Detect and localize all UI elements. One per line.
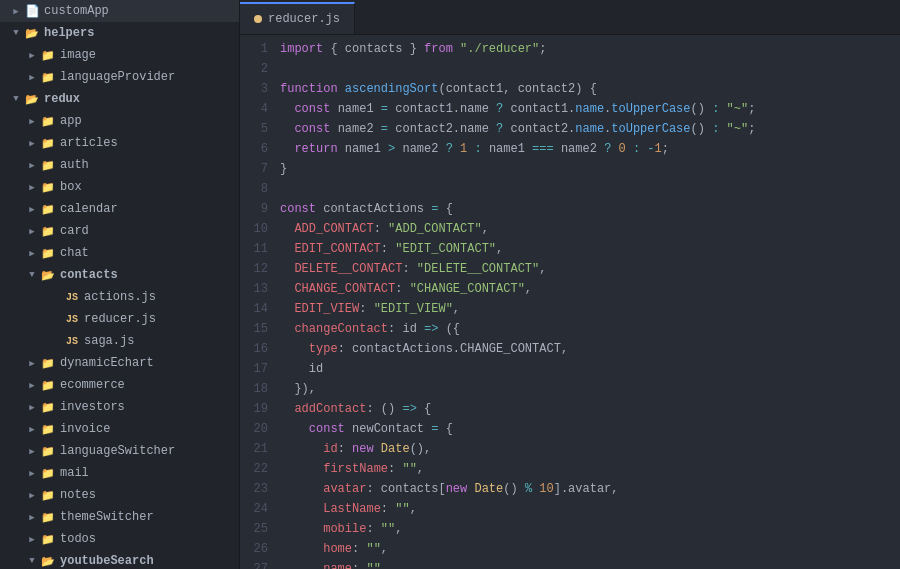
code-line xyxy=(280,59,880,79)
code-content: 1234567891011121314151617181920212223242… xyxy=(240,35,900,569)
tree-item-auth[interactable]: ▶📁auth xyxy=(0,154,239,176)
tree-item-app[interactable]: ▶📁app xyxy=(0,110,239,132)
code-line: const name1 = contact1.name ? contact1.n… xyxy=(280,99,880,119)
arrow-icon: ▼ xyxy=(24,556,40,566)
tree-item-label: customApp xyxy=(44,4,239,18)
code-line: }), xyxy=(280,379,880,399)
tree-item-label: chat xyxy=(60,246,239,260)
js-file-icon: JS xyxy=(64,292,80,303)
tree-item-card[interactable]: ▶📁card xyxy=(0,220,239,242)
tree-item-label: invoice xyxy=(60,422,239,436)
line-number: 26 xyxy=(248,539,268,559)
code-line: EDIT_CONTACT: "EDIT_CONTACT", xyxy=(280,239,880,259)
tree-item-themeSwitcher[interactable]: ▶📁themeSwitcher xyxy=(0,506,239,528)
tree-item-box[interactable]: ▶📁box xyxy=(0,176,239,198)
tree-item-calendar[interactable]: ▶📁calendar xyxy=(0,198,239,220)
code-line: id: new Date(), xyxy=(280,439,880,459)
code-line: function ascendingSort(contact1, contact… xyxy=(280,79,880,99)
tree-item-redux[interactable]: ▼📂redux xyxy=(0,88,239,110)
line-numbers: 1234567891011121314151617181920212223242… xyxy=(240,39,280,569)
code-line: } xyxy=(280,159,880,179)
line-number: 23 xyxy=(248,479,268,499)
tree-item-dynamicEchart[interactable]: ▶📁dynamicEchart xyxy=(0,352,239,374)
folder-icon: 📁 xyxy=(40,71,56,84)
tree-item-label: todos xyxy=(60,532,239,546)
tree-item-reducer.js[interactable]: JSreducer.js xyxy=(0,308,239,330)
line-number: 19 xyxy=(248,399,268,419)
tree-item-label: reducer.js xyxy=(84,312,239,326)
tree-item-image[interactable]: ▶📁image xyxy=(0,44,239,66)
tree-item-todos[interactable]: ▶📁todos xyxy=(0,528,239,550)
line-number: 10 xyxy=(248,219,268,239)
tab-bar[interactable]: reducer.js xyxy=(240,0,900,35)
tree-item-articles[interactable]: ▶📁articles xyxy=(0,132,239,154)
tree-item-invoice[interactable]: ▶📁invoice xyxy=(0,418,239,440)
arrow-icon: ▶ xyxy=(24,72,40,83)
arrow-icon: ▼ xyxy=(8,28,24,38)
tree-item-saga.js[interactable]: JSsaga.js xyxy=(0,330,239,352)
tree-item-label: themeSwitcher xyxy=(60,510,239,524)
code-line xyxy=(280,179,880,199)
file-tree[interactable]: ▶📄customApp▼📂helpers▶📁image▶📁languagePro… xyxy=(0,0,240,569)
arrow-icon: ▶ xyxy=(24,446,40,457)
code-line: LastName: "", xyxy=(280,499,880,519)
arrow-icon: ▶ xyxy=(24,204,40,215)
tree-item-chat[interactable]: ▶📁chat xyxy=(0,242,239,264)
tree-item-label: auth xyxy=(60,158,239,172)
tree-item-label: youtubeSearch xyxy=(60,554,239,568)
code-line: type: contactActions.CHANGE_CONTACT, xyxy=(280,339,880,359)
line-number: 8 xyxy=(248,179,268,199)
folder-icon: 📁 xyxy=(40,511,56,524)
tree-item-label: box xyxy=(60,180,239,194)
js-file-icon: JS xyxy=(64,336,80,347)
arrow-icon: ▶ xyxy=(24,380,40,391)
line-number: 4 xyxy=(248,99,268,119)
folder-icon: 📁 xyxy=(40,49,56,62)
tree-item-customApp[interactable]: ▶📄customApp xyxy=(0,0,239,22)
arrow-icon: ▶ xyxy=(8,6,24,17)
arrow-icon: ▼ xyxy=(8,94,24,104)
line-number: 27 xyxy=(248,559,268,569)
line-number: 21 xyxy=(248,439,268,459)
tree-item-helpers[interactable]: ▼📂helpers xyxy=(0,22,239,44)
line-number: 1 xyxy=(248,39,268,59)
tree-item-youtubeSearch[interactable]: ▼📂youtubeSearch xyxy=(0,550,239,569)
tree-item-ecommerce[interactable]: ▶📁ecommerce xyxy=(0,374,239,396)
tree-item-notes[interactable]: ▶📁notes xyxy=(0,484,239,506)
tree-item-contacts[interactable]: ▼📂contacts xyxy=(0,264,239,286)
arrow-icon: ▼ xyxy=(24,270,40,280)
arrow-icon: ▶ xyxy=(24,534,40,545)
tree-item-investors[interactable]: ▶📁investors xyxy=(0,396,239,418)
line-number: 17 xyxy=(248,359,268,379)
tree-item-actions.js[interactable]: JSactions.js xyxy=(0,286,239,308)
line-number: 15 xyxy=(248,319,268,339)
tree-item-label: notes xyxy=(60,488,239,502)
folder-icon: 📁 xyxy=(40,423,56,436)
line-number: 2 xyxy=(248,59,268,79)
tree-item-label: languageSwitcher xyxy=(60,444,239,458)
file-icon: 📄 xyxy=(24,4,40,19)
tree-item-languageProvider[interactable]: ▶📁languageProvider xyxy=(0,66,239,88)
tree-item-label: investors xyxy=(60,400,239,414)
code-line: firstName: "", xyxy=(280,459,880,479)
line-number: 18 xyxy=(248,379,268,399)
folder-icon: 📁 xyxy=(40,137,56,150)
tab-reducer-js[interactable]: reducer.js xyxy=(240,2,355,34)
line-number: 22 xyxy=(248,459,268,479)
tab-dot xyxy=(254,15,262,23)
folder-icon: 📁 xyxy=(40,159,56,172)
tree-item-label: languageProvider xyxy=(60,70,239,84)
folder-open-icon: 📂 xyxy=(24,93,40,106)
tree-item-mail[interactable]: ▶📁mail xyxy=(0,462,239,484)
arrow-icon: ▶ xyxy=(24,402,40,413)
line-number: 7 xyxy=(248,159,268,179)
code-line: CHANGE_CONTACT: "CHANGE_CONTACT", xyxy=(280,279,880,299)
arrow-icon: ▶ xyxy=(24,160,40,171)
tree-item-label: articles xyxy=(60,136,239,150)
line-number: 25 xyxy=(248,519,268,539)
code-line: avatar: contacts[new Date() % 10].avatar… xyxy=(280,479,880,499)
line-number: 24 xyxy=(248,499,268,519)
folder-icon: 📁 xyxy=(40,203,56,216)
tree-item-languageSwitcher[interactable]: ▶📁languageSwitcher xyxy=(0,440,239,462)
folder-open-icon: 📂 xyxy=(24,27,40,40)
